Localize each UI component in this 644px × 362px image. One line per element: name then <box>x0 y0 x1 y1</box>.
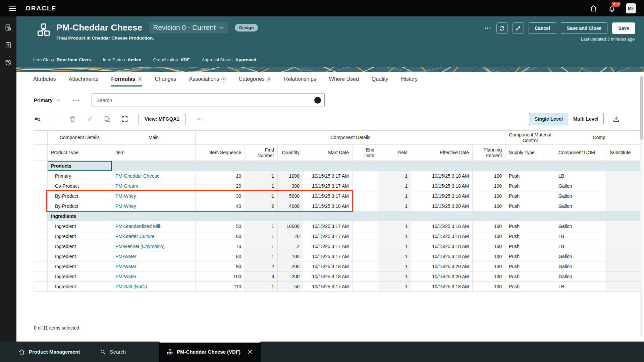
cell-planning-percent[interactable]: 100 <box>473 261 505 272</box>
row-selector-cell[interactable] <box>34 272 48 282</box>
scrollbar-thumb[interactable] <box>640 76 643 140</box>
vertical-scrollbar[interactable] <box>640 75 643 337</box>
cell-yield[interactable]: 1 <box>378 261 411 272</box>
cell-effective-date[interactable]: 10/15/25 3:18 AM <box>411 241 473 251</box>
cell-yield[interactable]: 1 <box>378 231 411 241</box>
cell-substitute[interactable] <box>606 261 643 272</box>
cell-item-sequence[interactable]: 40 <box>196 201 245 211</box>
cell-effective-date[interactable]: 10/15/25 3:18 AM <box>411 181 473 191</box>
cell-planning-percent[interactable]: 100 <box>473 191 505 201</box>
open-item-tab[interactable]: PM-Cheddar Cheese (VDF) <box>159 342 261 362</box>
row-selector-cell[interactable] <box>34 251 48 261</box>
cell-effective-date[interactable]: 10/15/25 3:18 AM <box>411 171 473 181</box>
cell-start-date[interactable]: 10/15/25 3:17 AM <box>303 282 353 292</box>
cell-item-sequence[interactable]: 100 <box>196 272 245 282</box>
expand-icon[interactable] <box>121 115 128 123</box>
tab-where-used[interactable]: Where Used <box>329 76 359 86</box>
cell-product-type[interactable]: Primary <box>48 171 112 181</box>
cell-end-date[interactable] <box>353 181 378 191</box>
cell-quantity[interactable]: 5000 <box>278 191 303 201</box>
cell-quantity[interactable]: 20 <box>278 231 303 241</box>
cell-find-number[interactable]: 3 <box>245 272 278 282</box>
cell-planning-percent[interactable]: 100 <box>473 251 505 261</box>
row-selector-cell[interactable] <box>34 161 48 171</box>
cell-find-number[interactable]: 1 <box>245 181 278 191</box>
revision-dropdown[interactable]: Revision 0 - Current <box>149 22 228 33</box>
cell-quantity[interactable]: 300 <box>278 181 303 191</box>
copy-icon[interactable] <box>104 115 111 123</box>
row-selector-cell[interactable] <box>34 171 48 181</box>
more-actions-icon[interactable] <box>484 24 492 32</box>
cell-effective-date[interactable]: 10/15/25 3:18 AM <box>411 221 473 231</box>
cell-component-uom[interactable]: LB <box>555 171 606 181</box>
cell-product-type[interactable]: Ingredient <box>48 282 112 292</box>
cell-start-date[interactable]: 10/15/25 3:17 AM <box>303 191 353 201</box>
cell-supply-type[interactable]: Push <box>505 251 555 261</box>
cell-product-type[interactable]: Ingredient <box>48 221 112 231</box>
cell-item-sequence[interactable]: 80 <box>196 251 245 261</box>
cell-item[interactable]: PM-Rennet (Chymosin) <box>112 241 196 251</box>
cell-end-date[interactable] <box>353 231 378 241</box>
cell-supply-type[interactable]: Push <box>505 261 555 272</box>
cell-substitute[interactable] <box>606 181 643 191</box>
cell-substitute[interactable] <box>606 272 643 282</box>
cell-quantity[interactable]: 10000 <box>278 221 303 231</box>
user-avatar[interactable]: MF <box>626 3 636 13</box>
single-level-button[interactable]: Single Level <box>529 113 568 125</box>
cell-planning-percent[interactable]: 100 <box>473 241 505 251</box>
cell-yield[interactable]: 1 <box>378 251 411 261</box>
cell-find-number[interactable]: 1 <box>245 231 278 241</box>
row-selector-cell[interactable] <box>34 191 48 201</box>
cell-quantity[interactable]: 2 <box>278 241 303 251</box>
cell-item[interactable]: PM-Standardized Milk <box>112 221 196 231</box>
cell-product-type[interactable]: Ingredient <box>48 241 112 251</box>
save-button[interactable]: Save <box>612 22 635 34</box>
delete-row-icon[interactable] <box>69 115 76 123</box>
tab-categories[interactable]: Categories <box>238 76 271 86</box>
cell-find-number[interactable]: 2 <box>245 261 278 272</box>
cell-component-uom[interactable]: Gallon <box>555 181 606 191</box>
cell-yield[interactable]: 1 <box>378 272 411 282</box>
cell-effective-date[interactable]: 10/15/25 3:20 AM <box>411 261 473 272</box>
product-management-home[interactable]: Product Management <box>18 349 80 355</box>
save-and-close-button[interactable]: Save and Close <box>561 22 608 34</box>
section-header-cell[interactable]: Products <box>48 161 112 171</box>
cell-end-date[interactable] <box>353 221 378 231</box>
cell-effective-date[interactable]: 10/15/25 3:18 AM <box>411 231 473 241</box>
cell-start-date[interactable]: 10/15/25 3:17 AM <box>303 181 353 191</box>
cell-effective-date[interactable]: 10/15/25 3:18 AM <box>411 191 473 201</box>
cell-supply-type[interactable]: Push <box>505 272 555 282</box>
cell-product-type[interactable]: Ingredient <box>48 251 112 261</box>
cell-substitute[interactable] <box>606 241 643 251</box>
row-selector-cell[interactable] <box>34 211 48 221</box>
row-selector-cell[interactable] <box>34 201 48 211</box>
cell-find-number[interactable]: 1 <box>245 191 278 201</box>
cell-quantity[interactable]: 50 <box>278 282 303 292</box>
cell-component-uom[interactable]: LB <box>555 241 606 251</box>
row-selector-cell[interactable] <box>34 282 48 292</box>
view-button[interactable]: View: MFGQA1 <box>139 113 185 125</box>
tasks-icon[interactable] <box>4 41 12 49</box>
formula-type-dropdown[interactable]: Primary <box>34 97 61 103</box>
cell-end-date[interactable] <box>353 261 378 272</box>
row-selector-cell[interactable] <box>34 221 48 231</box>
tab-attributes[interactable]: Attributes <box>33 76 56 86</box>
taskbar-search[interactable]: Search <box>100 349 126 355</box>
cell-item-sequence[interactable]: 50 <box>196 221 245 231</box>
cell-yield[interactable]: 1 <box>378 241 411 251</box>
cell-component-uom[interactable]: LB <box>555 282 606 292</box>
cell-start-date[interactable]: 10/15/25 3:17 AM <box>303 251 353 261</box>
cell-quantity[interactable]: 100 <box>278 251 303 261</box>
cell-component-uom[interactable]: Gallon <box>555 201 606 211</box>
cell-substitute[interactable] <box>606 231 643 241</box>
refresh-button[interactable] <box>496 22 508 34</box>
tab-history[interactable]: History <box>401 76 418 86</box>
cell-item[interactable]: PM-Starter Culture <box>112 231 196 241</box>
cell-planning-percent[interactable]: 100 <box>473 171 505 181</box>
cell-supply-type[interactable]: Push <box>505 221 555 231</box>
cell-substitute[interactable] <box>606 191 643 201</box>
cell-item-sequence[interactable]: 60 <box>196 231 245 241</box>
cell-find-number[interactable]: 1 <box>245 241 278 251</box>
edit-tools-button[interactable] <box>513 22 524 34</box>
cell-supply-type[interactable]: Push <box>505 171 555 181</box>
